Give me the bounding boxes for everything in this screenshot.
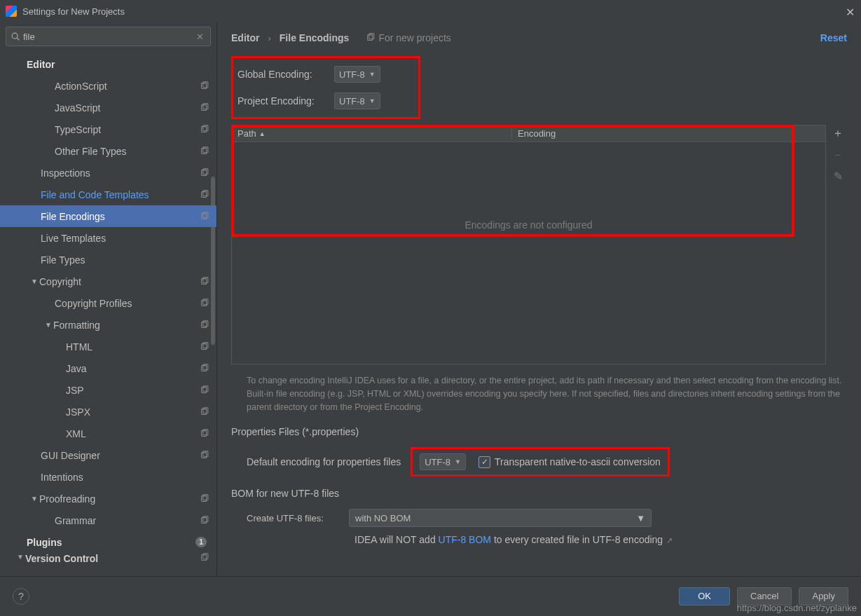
properties-heading: Properties Files (*.properties) [231,426,847,437]
tree-item-label: JSPX [66,406,200,418]
tree-item-formatting[interactable]: ▼Formatting [0,314,216,336]
copy-icon [200,125,209,135]
copy-icon [200,407,209,417]
tree-item-plugins[interactable]: Plugins1 [0,531,216,553]
tree-item-xml[interactable]: XML [0,423,216,444]
tree-item-label: Live Templates [41,233,209,244]
column-encoding[interactable]: Encoding [512,128,561,139]
utf8-bom-link[interactable]: UTF-8 BOM [439,534,491,545]
tree-item-label: HTML [66,341,200,353]
count-badge: 1 [195,537,207,547]
cancel-button[interactable]: Cancel [737,587,792,605]
properties-encoding-combo[interactable]: UTF-8▼ [420,453,466,470]
chevron-down-icon: ▼ [369,97,376,104]
tree-item-copyright[interactable]: ▼Copyright [0,271,216,292]
sidebar: ✕ EditorActionScriptJavaScriptTypeScript… [0,22,217,576]
bom-heading: BOM for new UTF-8 files [231,488,847,499]
tree-item-proofreading[interactable]: ▼Proofreading [0,488,216,509]
app-icon [6,6,17,17]
clear-search-icon[interactable]: ✕ [194,32,206,42]
tree-item-label: TypeScript [55,124,200,135]
external-link-icon: ↗ [664,536,673,545]
remove-icon[interactable]: － [832,148,843,163]
tree-item-label: File and Code Templates [41,189,200,200]
search-input-wrap[interactable]: ✕ [6,27,211,46]
tree-item-label: Version Control [25,553,200,564]
close-icon[interactable]: ✕ [844,6,855,17]
properties-highlight-box: UTF-8▼ ✓ Transparent native-to-ascii con… [411,447,670,477]
copy-icon [200,494,209,504]
bom-note: IDEA will NOT add UTF-8 BOM to every cre… [354,534,847,545]
tree-item-javascript[interactable]: JavaScript [0,97,216,118]
encoding-highlight-box: Global Encoding: UTF-8▼ Project Encoding… [231,56,420,119]
reset-link[interactable]: Reset [820,32,847,43]
edit-icon[interactable]: ✎ [834,170,843,183]
path-encoding-table[interactable]: Path ▲ Encoding Encodings are not config… [231,125,826,364]
tree-item-label: XML [66,428,200,439]
tree-item-editor[interactable]: Editor [0,53,216,75]
tree-item-grammar[interactable]: Grammar [0,509,216,531]
ok-button[interactable]: OK [679,587,730,605]
tree-item-inspections[interactable]: Inspections [0,162,216,184]
tree-item-actionscript[interactable]: ActionScript [0,75,216,97]
tree-item-label: Proofreading [39,493,200,505]
column-path[interactable]: Path ▲ [232,128,512,139]
tree-item-jsp[interactable]: JSP [0,379,216,401]
breadcrumb: Editor › File Encodings For new projects [231,32,847,43]
tree-item-version-control[interactable]: ▼Version Control [0,553,216,566]
expand-arrow-icon: ▼ [15,553,25,561]
tree-item-file-encodings[interactable]: File Encodings [0,205,216,227]
tree-item-other-file-types[interactable]: Other File Types [0,140,216,162]
expand-arrow-icon: ▼ [29,278,39,285]
copy-icon [200,320,209,330]
copy-icon [200,429,209,439]
tree-item-live-templates[interactable]: Live Templates [0,227,216,249]
for-new-projects: For new projects [366,32,450,43]
tree-item-gui-designer[interactable]: GUI Designer [0,444,216,466]
tree-item-label: File Types [41,254,209,266]
search-icon [11,32,20,41]
copy-icon [200,342,209,352]
checkbox-checked-icon: ✓ [478,456,490,468]
tree-item-label: JSP [66,385,200,396]
tree-item-label: Plugins [27,537,195,548]
help-button[interactable]: ? [13,588,29,605]
copy-icon [366,33,376,43]
tree-item-intentions[interactable]: Intentions [0,466,216,488]
tree-item-label: Copyright Profiles [55,298,200,309]
chevron-down-icon: ▼ [369,71,376,78]
tree-item-file-and-code-templates[interactable]: File and Code Templates [0,184,216,205]
search-input[interactable] [20,32,194,42]
tree-item-label: Intentions [41,472,209,483]
tree-item-jspx[interactable]: JSPX [0,401,216,423]
add-icon[interactable]: ＋ [832,126,843,141]
copy-icon [200,168,209,178]
apply-button[interactable]: Apply [799,587,848,605]
copy-icon [200,553,209,563]
encoding-description: To change encoding IntelliJ IDEA uses fo… [247,374,844,413]
copy-icon [200,299,209,308]
copy-icon [200,451,209,460]
tree-item-label: Inspections [41,167,200,179]
project-encoding-label: Project Encoding: [237,95,327,107]
tree-item-java[interactable]: Java [0,357,216,379]
tree-item-html[interactable]: HTML [0,336,216,357]
tree-item-label: Editor [27,59,209,70]
native-to-ascii-checkbox[interactable]: ✓ Transparent native-to-ascii conversion [478,456,661,468]
copy-icon [200,190,209,200]
footer: ? OK Cancel Apply [0,576,861,615]
copy-icon [200,103,209,113]
create-utf8-combo[interactable]: with NO BOM▼ [349,509,652,527]
crumb-file-encodings: File Encodings [280,32,350,43]
copy-icon [200,364,209,374]
tree-item-copyright-profiles[interactable]: Copyright Profiles [0,292,216,314]
tree-item-typescript[interactable]: TypeScript [0,118,216,140]
copy-icon [200,385,209,395]
tree-item-label: Java [66,363,200,374]
tree-item-file-types[interactable]: File Types [0,249,216,271]
expand-arrow-icon: ▼ [43,321,53,329]
project-encoding-combo[interactable]: UTF-8▼ [334,93,380,109]
crumb-editor[interactable]: Editor [231,32,259,43]
global-encoding-combo[interactable]: UTF-8▼ [334,66,380,83]
settings-tree[interactable]: EditorActionScriptJavaScriptTypeScriptOt… [0,50,216,576]
